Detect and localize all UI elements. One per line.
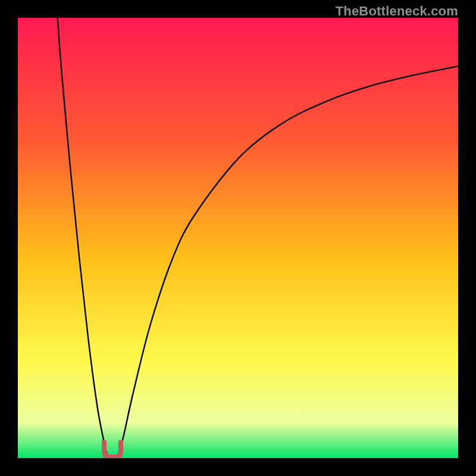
watermark-text: TheBottleneck.com	[336, 4, 458, 19]
chart-frame: TheBottleneck.com	[0, 0, 476, 476]
bottleneck-curve	[18, 18, 458, 458]
plot-area	[18, 18, 458, 458]
